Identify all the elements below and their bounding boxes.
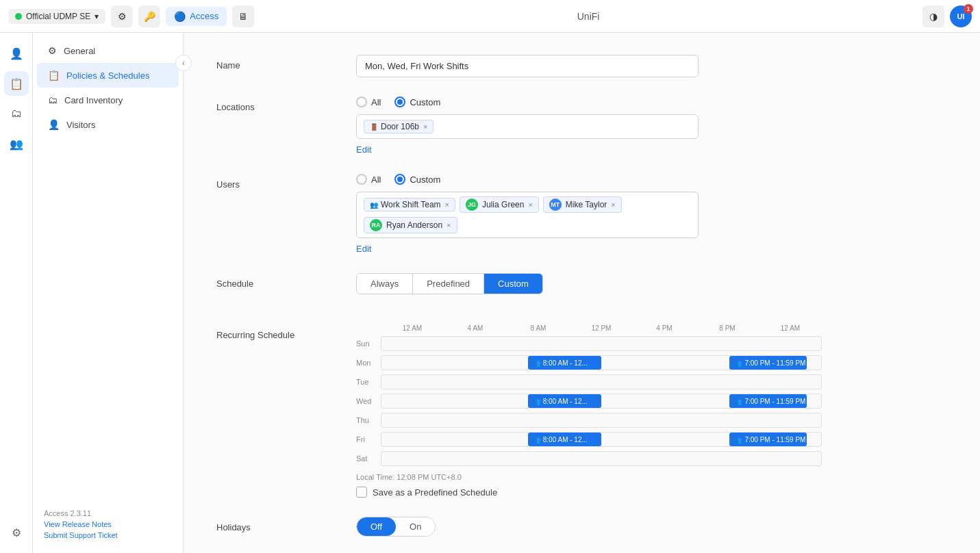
tag-juliagreen: JG Julia Green × [460, 196, 539, 213]
devices-icon-btn[interactable]: 🖥 [232, 5, 254, 27]
submit-support-ticket-link[interactable]: Submit Support Ticket [44, 531, 172, 539]
users-label: Users [216, 174, 340, 190]
sidebar-item-policies-label: Policies & Schedules [66, 70, 149, 81]
schedule-tabs: Always Predefined Custom [356, 273, 543, 294]
calendar-header: 12 AM 4 AM 8 AM 12 PM 4 PM 8 PM 12 AM [356, 324, 822, 332]
tab-predefined[interactable]: Predefined [413, 274, 484, 294]
calendar-row-fri: Fri 👥 8:00 AM - 12... 👥 7:00 PM - 11:59 … [356, 430, 822, 448]
device-status-dot [15, 13, 22, 20]
tab-access[interactable]: 🔵 Access [166, 7, 227, 26]
sidebar-item-policies-schedules[interactable]: 📋 Policies & Schedules [37, 63, 179, 88]
fri-block-evening[interactable]: 👥 7:00 PM - 11:59 PM [729, 433, 806, 446]
users-all-radio[interactable]: All [356, 174, 381, 185]
day-sat: Sat [356, 454, 381, 463]
holidays-on-btn[interactable]: On [396, 517, 435, 536]
device-selector[interactable]: Official UDMP SE ▾ [8, 9, 105, 24]
time-grid-sat[interactable] [381, 451, 822, 466]
rail-icon-visitors[interactable]: 👥 [4, 131, 29, 156]
wed-morning-label: 8:00 AM - 12... [543, 398, 588, 405]
tab-custom[interactable]: Custom [484, 274, 542, 294]
users-custom-radio[interactable]: Custom [394, 174, 440, 185]
time-grid-mon[interactable]: 👥 8:00 AM - 12... 👥 7:00 PM - 11:59 PM [381, 355, 822, 370]
schedule-label: Schedule [216, 273, 340, 289]
device-name: Official UDMP SE [26, 12, 90, 21]
tag-juliagreen-remove[interactable]: × [528, 201, 532, 209]
users-custom-circle [394, 174, 405, 185]
tab-always[interactable]: Always [357, 274, 413, 294]
fri-block-morning[interactable]: 👥 8:00 AM - 12... [528, 433, 601, 446]
tag-workshiftteam-label: Work Shift Team [381, 200, 441, 209]
time-grid-fri[interactable]: 👥 8:00 AM - 12... 👥 7:00 PM - 11:59 PM [381, 432, 822, 447]
save-predefined-label[interactable]: Save as a Predefined Schedule [373, 487, 497, 498]
access-tab-icon: 🔵 [174, 11, 186, 22]
holidays-off-label: Off [370, 522, 382, 532]
sidebar-item-visitors[interactable]: 👤 Visitors [37, 112, 179, 137]
door-icon: 🚪 [370, 123, 378, 131]
mike-taylor-avatar: MT [549, 198, 562, 211]
users-tag-input[interactable]: 👥 Work Shift Team × JG Julia Green × MT … [356, 192, 699, 238]
users-all-circle [356, 174, 367, 185]
wed-block-evening[interactable]: 👥 7:00 PM - 11:59 PM [729, 394, 806, 408]
main-layout: 👤 📋 🗂 👥 ⚙ ⚙ General 📋 Policies & Schedul… [0, 33, 980, 553]
location-tag-remove[interactable]: × [423, 123, 427, 131]
time-12am-end: 12 AM [759, 324, 822, 332]
users-row: Users All Custom 👥 Work S [216, 174, 947, 254]
locations-control: All Custom 🚪 Door 106b × Edit [356, 97, 947, 155]
save-predefined-checkbox[interactable] [356, 487, 367, 498]
locations-all-circle [356, 97, 367, 107]
card-icon: 🗂 [48, 94, 58, 105]
user-avatar[interactable]: UI 1 [950, 5, 972, 27]
day-mon: Mon [356, 359, 381, 367]
fri-morning-label: 8:00 AM - 12... [543, 436, 588, 443]
users-control: All Custom 👥 Work Shift Team × [356, 174, 947, 254]
tag-ryananderson-remove[interactable]: × [447, 221, 451, 229]
locations-radio-group: All Custom [356, 97, 947, 107]
users-edit-link[interactable]: Edit [356, 244, 947, 254]
locations-tag-input[interactable]: 🚪 Door 106b × [356, 114, 699, 139]
key-icon-btn[interactable]: 🔑 [138, 5, 160, 27]
locations-edit-link[interactable]: Edit [356, 144, 947, 155]
locations-all-radio[interactable]: All [356, 97, 381, 107]
mon-block-morning[interactable]: 👥 8:00 AM - 12... [528, 356, 601, 370]
locations-custom-radio[interactable]: Custom [394, 97, 440, 107]
save-predefined-row: Save as a Predefined Schedule [356, 487, 947, 498]
tab-always-label: Always [370, 279, 399, 289]
rail-icon-users[interactable]: 👤 [4, 41, 29, 66]
mon-morning-label: 8:00 AM - 12... [543, 359, 588, 367]
time-grid-tue[interactable] [381, 374, 822, 389]
mon-block-evening[interactable]: 👥 7:00 PM - 11:59 PM [729, 356, 806, 370]
tag-workshiftteam-remove[interactable]: × [445, 201, 449, 209]
day-fri: Fri [356, 435, 381, 443]
users-icon-evening-mon: 👥 [733, 359, 742, 367]
view-release-notes-link[interactable]: View Release Notes [44, 520, 172, 528]
tab-predefined-label: Predefined [427, 279, 470, 289]
rail-icon-cards[interactable]: 🗂 [4, 101, 29, 126]
calendar-row-tue: Tue [356, 373, 822, 391]
time-grid-wed[interactable]: 👥 8:00 AM - 12... 👥 7:00 PM - 11:59 PM [381, 394, 822, 409]
name-input[interactable] [356, 55, 699, 77]
holidays-off-btn[interactable]: Off [357, 517, 396, 536]
users-custom-label: Custom [410, 175, 440, 185]
rail-icon-settings[interactable]: ⚙ [4, 520, 29, 545]
sidebar-meta: Access 2.3.11 View Release Notes Submit … [33, 501, 183, 548]
general-icon: ⚙ [48, 45, 57, 56]
sidebar-collapse-btn[interactable]: ‹ [175, 55, 192, 71]
time-12pm: 12 PM [570, 324, 633, 332]
contrast-icon-btn[interactable]: ◑ [922, 5, 944, 27]
locations-label: Locations [216, 97, 340, 112]
tag-miketaylor-remove[interactable]: × [611, 201, 615, 209]
sidebar-item-general[interactable]: ⚙ General [37, 38, 179, 63]
holidays-label: Holidays [216, 517, 340, 532]
wed-block-morning[interactable]: 👥 8:00 AM - 12... [528, 394, 601, 408]
time-grid-thu[interactable] [381, 413, 822, 428]
name-row: Name [216, 55, 947, 77]
sidebar: ⚙ General 📋 Policies & Schedules 🗂 Card … [33, 33, 184, 553]
day-tue: Tue [356, 378, 381, 386]
sidebar-item-card-inventory[interactable]: 🗂 Card Inventory [37, 88, 179, 112]
rail-icon-policies[interactable]: 📋 [4, 71, 29, 96]
avatar-initials: UI [957, 12, 965, 21]
chevron-down-icon: ▾ [95, 12, 99, 21]
tag-miketaylor: MT Mike Taylor × [543, 196, 622, 213]
time-grid-sun[interactable] [381, 336, 822, 351]
settings-icon-btn[interactable]: ⚙ [111, 5, 133, 27]
